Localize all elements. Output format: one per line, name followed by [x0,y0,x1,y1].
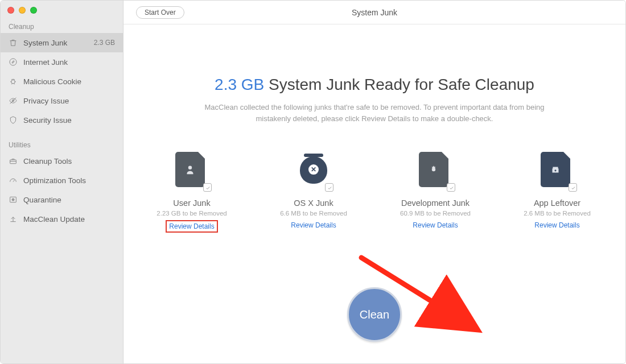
minimize-window-button[interactable] [19,7,26,14]
sidebar-item-system-junk[interactable]: System Junk 2.3 GB [1,33,123,52]
sidebar-item-quarantine[interactable]: Quarantine [1,190,123,209]
sidebar-item-label: System Junk [23,39,67,47]
sidebar-item-label: Privacy Issue [23,97,69,105]
sidebar-item-security-issue[interactable]: Security Issue [1,110,123,130]
card-user-junk: User Junk 2.23 GB to be Removed Review D… [149,152,234,233]
results-subtext: MacClean collected the following junks t… [192,102,557,125]
content-area: 2.3 GB System Junk Ready for Safe Cleanu… [123,24,625,363]
svg-rect-3 [10,160,17,164]
osx-junk-icon: ✕ [297,152,330,189]
sidebar-item-macclean-update[interactable]: MacClean Update [1,209,123,229]
sidebar-section-cleanup: Cleanup [1,19,123,33]
card-osx-junk: ✕ OS X Junk 6.6 MB to be Removed Review … [271,152,356,233]
toolbox-icon [9,156,18,166]
sidebar-item-size: 2.3 GB [94,39,115,47]
bug-icon [9,77,18,86]
close-window-button[interactable] [7,7,14,14]
card-development-junk: Development Junk 60.9 MB to be Removed R… [393,152,478,233]
window-controls [1,1,123,19]
sidebar-section-utilities: Utilities [1,138,123,151]
gauge-icon [9,176,18,185]
checkbox-icon[interactable] [325,183,333,192]
page-title: System Junk [123,8,625,17]
eye-off-icon [9,96,18,105]
sidebar: Cleanup System Junk 2.3 GB Internet Junk… [1,1,123,363]
headline-size: 2.3 GB [215,76,264,93]
card-app-leftover: App Leftover 2.6 MB to be Removed Review… [514,152,600,233]
review-details-link-development-junk[interactable]: Review Details [410,220,460,230]
sidebar-item-label: Security Issue [23,116,72,125]
app-window: Cleanup System Junk 2.3 GB Internet Junk… [0,0,626,364]
trash-icon [9,38,18,47]
sidebar-item-privacy-issue[interactable]: Privacy Issue [1,91,123,110]
headline-rest: System Junk Ready for Safe Cleanup [264,76,534,93]
svg-point-0 [10,59,17,65]
zoom-window-button[interactable] [30,7,37,14]
main-panel: Start Over System Junk 2.3 GB System Jun… [123,1,625,363]
card-subtext: 2.6 MB to be Removed [514,210,600,217]
checkbox-icon[interactable] [447,183,455,192]
sidebar-item-malicious-cookie[interactable]: Malicious Cookie [1,72,123,91]
sidebar-item-label: Cleanup Tools [23,157,72,166]
review-details-link-app-leftover[interactable]: Review Details [532,220,582,230]
development-junk-icon [419,152,452,189]
app-leftover-icon [541,152,574,189]
compass-icon [9,57,18,67]
sidebar-item-label: Malicious Cookie [23,77,81,86]
sidebar-item-label: Quarantine [23,196,61,204]
card-subtext: 6.6 MB to be Removed [271,210,356,217]
vault-icon [9,195,18,204]
sidebar-item-label: Optimization Tools [23,176,86,185]
junk-cards: User Junk 2.23 GB to be Removed Review D… [123,152,625,233]
start-over-button[interactable]: Start Over [136,6,184,19]
sidebar-item-internet-junk[interactable]: Internet Junk [1,52,123,72]
card-subtext: 2.23 GB to be Removed [149,210,234,217]
card-title: Development Junk [393,198,478,208]
user-junk-icon [175,152,208,189]
sidebar-item-optimization-tools[interactable]: Optimization Tools [1,171,123,190]
checkbox-icon[interactable] [203,183,212,192]
card-title: App Leftover [514,198,600,208]
sidebar-item-label: Internet Junk [23,58,68,67]
results-headline: 2.3 GB System Junk Ready for Safe Cleanu… [123,76,625,94]
checkbox-icon[interactable] [569,183,577,192]
card-title: User Junk [149,198,234,208]
card-title: OS X Junk [271,198,356,208]
clean-button[interactable]: Clean [347,287,402,342]
sidebar-item-cleanup-tools[interactable]: Cleanup Tools [1,151,123,171]
sidebar-item-label: MacClean Update [23,215,85,224]
review-details-link-user-junk[interactable]: Review Details [166,220,217,233]
shield-icon [9,115,18,125]
svg-point-1 [11,80,15,84]
toolbar: Start Over System Junk [123,1,625,24]
card-subtext: 60.9 MB to be Removed [393,210,478,217]
review-details-link-osx-junk[interactable]: Review Details [289,220,338,230]
upload-icon [9,214,18,224]
